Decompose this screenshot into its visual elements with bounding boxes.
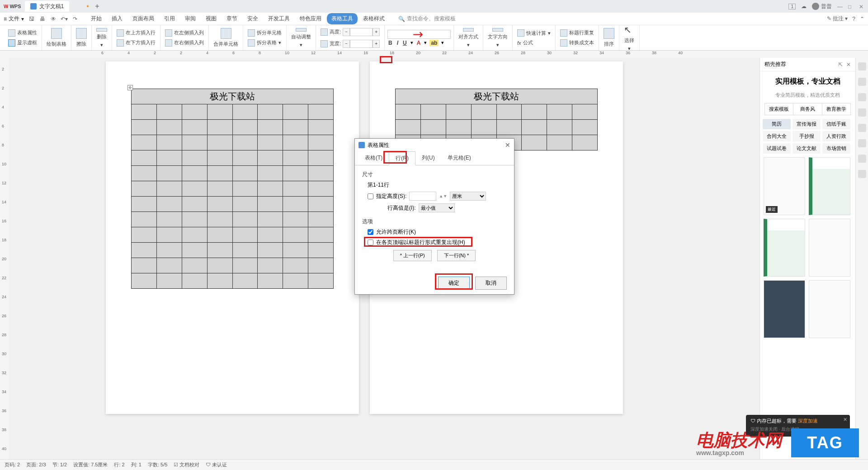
user-avatar[interactable]: 普普 <box>812 3 832 10</box>
template-item[interactable] <box>809 219 850 277</box>
sort-button[interactable]: 排序 <box>602 27 616 49</box>
status-position[interactable]: 设置值: 7.5厘米 <box>73 461 108 468</box>
panel-close-icon[interactable]: ✕ <box>846 61 851 68</box>
show-frame-button[interactable]: 显示虚框 <box>6 38 39 47</box>
cloud-icon[interactable]: ☁ <box>801 3 807 9</box>
menutab-table-style[interactable]: 表格样式 <box>359 13 389 24</box>
menutab-review[interactable]: 审阅 <box>180 13 200 24</box>
panel-tab-education[interactable]: 教育教学 <box>822 103 850 115</box>
cancel-button[interactable]: 取消 <box>475 277 507 290</box>
panel-tab-business[interactable]: 商务风 <box>793 103 822 115</box>
collapse-ribbon-icon[interactable]: ⌃ <box>860 16 864 22</box>
badge-icon[interactable]: 1 <box>788 4 796 9</box>
insert-right-button[interactable]: 在右侧插入列 <box>163 38 206 47</box>
template-item[interactable] <box>764 280 805 338</box>
italic-button[interactable]: I <box>396 40 399 46</box>
dialog-tab-row[interactable]: 行(R) <box>389 151 415 165</box>
height-increase[interactable]: + <box>373 28 380 36</box>
menutab-developer[interactable]: 开发工具 <box>264 13 294 24</box>
status-row[interactable]: 行: 2 <box>114 461 124 468</box>
menutab-sections[interactable]: 章节 <box>222 13 242 24</box>
align-button[interactable]: 对齐方式▾ <box>457 27 480 49</box>
menutab-start[interactable]: 开始 <box>86 13 106 24</box>
template-item[interactable]: 最近 <box>764 157 805 215</box>
ok-button[interactable]: 确定 <box>438 277 470 290</box>
split-cell-button[interactable]: 拆分单元格 <box>246 28 283 38</box>
vertical-ruler[interactable]: 2246810121416182022242628303234363840 <box>0 58 9 459</box>
insert-left-button[interactable]: 在左侧插入列 <box>163 28 206 38</box>
header-repeat-button[interactable]: 标题行重复 <box>558 28 596 38</box>
tool-gear-icon[interactable] <box>858 170 866 178</box>
search-commands[interactable]: 🔍 查找命令、搜索模板 <box>398 15 456 23</box>
formula-button[interactable]: fx 公式 <box>515 38 552 47</box>
tool-highlight-icon[interactable] <box>858 108 866 117</box>
cat-exam[interactable]: 试题试卷 <box>763 143 791 154</box>
autofit-button[interactable]: 自动调整▾ <box>289 27 313 49</box>
spec-height-checkbox[interactable] <box>368 193 373 199</box>
text-direction-button[interactable]: 文字方向▾ <box>486 27 509 49</box>
dialog-tab-cell[interactable]: 单元格(E) <box>441 151 477 165</box>
horizontal-ruler[interactable]: 642246810121416182022242628303234363840 <box>0 51 868 58</box>
status-page[interactable]: 页面: 2/3 <box>26 461 46 468</box>
spec-height-input[interactable] <box>409 192 436 201</box>
menutab-insert[interactable]: 插入 <box>107 13 127 24</box>
delete-button[interactable]: 删除▾ <box>94 27 109 49</box>
merge-cells-button[interactable]: 合并单元格 <box>212 27 240 49</box>
menutab-references[interactable]: 引用 <box>160 13 179 24</box>
prev-row-button[interactable]: * 上一行(P) <box>393 250 432 261</box>
cat-hr[interactable]: 人资行政 <box>822 131 850 141</box>
qat-print-icon[interactable]: 🖶 <box>38 15 47 23</box>
document-tab[interactable]: 文字文稿1 <box>25 1 70 12</box>
tool-clock-icon[interactable] <box>858 139 866 147</box>
highlight-button[interactable]: ab <box>429 40 439 46</box>
cat-contract[interactable]: 合同大全 <box>763 131 791 141</box>
dialog-close-button[interactable]: ✕ <box>505 141 510 149</box>
height-input[interactable] <box>350 28 373 36</box>
table-move-handle[interactable]: ✥ <box>127 85 133 90</box>
status-doccheck[interactable]: ☑ 文档校对 <box>174 461 199 468</box>
dialog-tab-table[interactable]: 表格(T) <box>359 151 389 165</box>
menutab-layout[interactable]: 页面布局 <box>128 13 159 24</box>
notif-close-icon[interactable]: ✕ <box>843 417 847 423</box>
panel-pop-icon[interactable]: ⇱ <box>838 61 843 68</box>
underline-button[interactable]: U <box>402 40 408 46</box>
template-item[interactable] <box>809 157 850 215</box>
file-menu[interactable]: ≡ 文件 ▾ <box>4 15 24 23</box>
width-input[interactable] <box>350 40 373 48</box>
menutab-security[interactable]: 安全 <box>243 13 263 24</box>
status-page-num[interactable]: 页码: 2 <box>5 461 20 468</box>
status-unauth[interactable]: 🛡 未认证 <box>206 461 227 468</box>
cat-poster[interactable]: 宣传海报 <box>793 119 821 129</box>
document-page-1[interactable]: ✥ 极光下载站 <box>106 61 359 414</box>
help-icon[interactable]: ? <box>852 16 855 22</box>
tool-shape-icon[interactable] <box>858 124 866 132</box>
table-title[interactable]: 极光下载站 <box>132 89 334 104</box>
insert-below-button[interactable]: 在下方插入行 <box>115 38 157 47</box>
panel-tab-search[interactable]: 搜索模板 <box>765 103 793 115</box>
tool-pen-icon[interactable] <box>858 78 866 86</box>
template-item[interactable] <box>809 280 850 338</box>
draw-table-button[interactable]: 绘制表格 <box>45 27 68 49</box>
menutab-view[interactable]: 视图 <box>201 13 221 24</box>
cat-handcopy[interactable]: 手抄报 <box>793 131 821 141</box>
split-table-button[interactable]: 拆分表格▾ <box>246 38 283 47</box>
dialog-tab-column[interactable]: 列(U) <box>415 151 441 165</box>
tool-clip-icon[interactable] <box>858 93 866 101</box>
cat-paper[interactable]: 论文文献 <box>793 143 821 154</box>
maximize-button[interactable]: □ <box>848 4 854 9</box>
tool-select-icon[interactable] <box>858 62 866 70</box>
cat-letter[interactable]: 信纸手账 <box>822 119 850 129</box>
template-item[interactable] <box>764 219 805 277</box>
insert-above-button[interactable]: 在上方插入行 <box>115 28 157 38</box>
document-table-1[interactable]: 极光下载站 <box>131 89 334 289</box>
approve-button[interactable]: ✎ 批注 ▾ <box>827 15 848 23</box>
status-words[interactable]: 字数: 5/5 <box>148 461 167 468</box>
tool-more-icon[interactable] <box>858 155 866 163</box>
new-tab-button[interactable]: + <box>93 2 102 10</box>
qat-preview-icon[interactable]: 👁 <box>49 15 57 23</box>
cat-marketing[interactable]: 市场营销 <box>822 143 850 154</box>
table-properties-button[interactable]: 表格属性 <box>6 28 39 38</box>
status-col[interactable]: 列: 1 <box>131 461 142 468</box>
cat-resume[interactable]: 简历 <box>763 119 791 129</box>
height-decrease[interactable]: − <box>343 28 350 36</box>
